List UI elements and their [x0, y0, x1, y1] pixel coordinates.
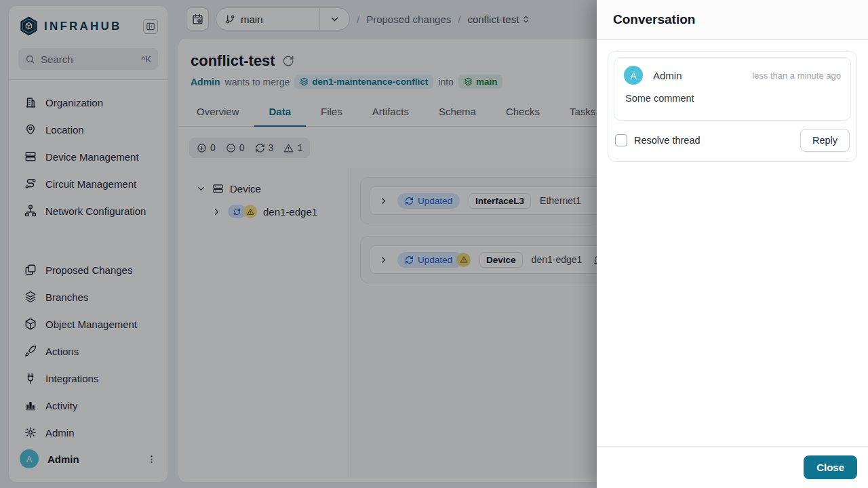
comment-body: Some comment — [625, 93, 841, 104]
comment-timestamp: less than a minute ago — [752, 70, 841, 81]
comment-author: Admin — [653, 70, 682, 81]
avatar: A — [624, 66, 643, 85]
panel-footer: Close — [597, 446, 868, 488]
resolve-thread-label: Resolve thread — [634, 135, 701, 146]
panel-header: Conversation — [597, 0, 868, 40]
modal-overlay[interactable] — [0, 0, 597, 488]
reply-button[interactable]: Reply — [800, 129, 850, 152]
resolve-thread-checkbox[interactable] — [615, 134, 627, 146]
panel-title: Conversation — [613, 12, 695, 27]
comment-card: A Admin less than a minute ago Some comm… — [614, 57, 851, 121]
conversation-panel: Conversation A Admin less than a minute … — [597, 0, 868, 488]
resolve-thread-control[interactable]: Resolve thread — [615, 134, 701, 146]
thread-card: A Admin less than a minute ago Some comm… — [608, 51, 857, 162]
close-button[interactable]: Close — [804, 455, 857, 479]
